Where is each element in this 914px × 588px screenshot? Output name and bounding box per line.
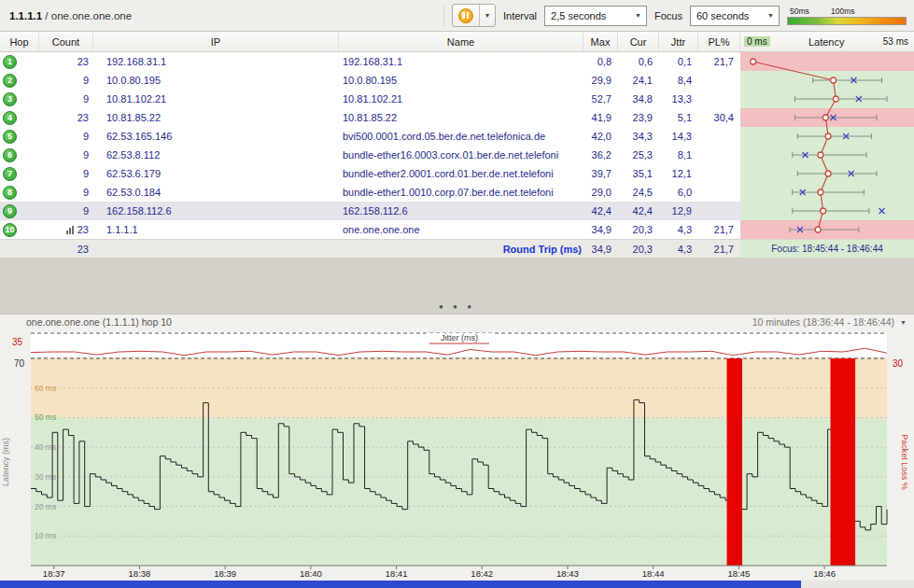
jitter-cell: 5,1 <box>659 108 698 127</box>
hop-badge: 4 <box>3 111 17 125</box>
timeline-graph[interactable]: 35Jitter (ms)10 ms20 ms30 ms40 ms50 ms60… <box>0 329 914 581</box>
col-header-packetloss[interactable]: PL% <box>698 32 740 51</box>
max-cell: 36,2 <box>584 146 618 164</box>
hop-row[interactable]: 10231.1.1.1one.one.one.one34,920,34,321,… <box>0 220 914 239</box>
pause-button[interactable] <box>453 5 479 26</box>
hop-number-cell: 5 <box>0 127 39 146</box>
max-cell: 41,9 <box>584 108 618 127</box>
footer-cur: 20,3 <box>618 240 659 258</box>
hop-row[interactable]: 123192.168.31.1192.168.31.10,80,60,121,7 <box>0 52 914 71</box>
hop-row[interactable]: 99162.158.112.6162.158.112.642,442,412,9 <box>0 202 914 220</box>
col-header-ip[interactable]: IP <box>93 32 339 51</box>
hop-row[interactable]: 5962.53.165.146bvi500.0001.cord.05.ber.d… <box>0 127 914 146</box>
hop-number-cell: 4 <box>0 108 39 127</box>
cur-cell: 0,6 <box>618 52 659 71</box>
svg-text:18:41: 18:41 <box>386 568 408 579</box>
svg-text:18:46: 18:46 <box>813 568 836 579</box>
col-header-latency[interactable]: 0 ms Latency 53 ms <box>740 32 914 51</box>
name-cell: bundle-ether1.0010.corp.07.ber.de.net.te… <box>339 183 584 202</box>
count-cell: 9 <box>39 127 93 146</box>
interval-select[interactable]: 2,5 seconds ▼ <box>544 6 647 26</box>
name-cell: 10.81.85.22 <box>339 108 584 127</box>
col-header-cur[interactable]: Cur <box>618 32 659 51</box>
latency-color-legend: 50ms 100ms <box>787 7 907 25</box>
count-cell: 9 <box>39 90 93 108</box>
focus-period-bar[interactable] <box>0 581 801 588</box>
splitter-handle[interactable]: ● ● ● <box>0 302 914 311</box>
hop-row[interactable]: 7962.53.6.179bundle-ether2.0001.cord.01.… <box>0 164 914 183</box>
name-cell: 192.168.31.1 <box>339 52 584 71</box>
hop-number-cell: 2 <box>0 71 39 90</box>
svg-text:18:43: 18:43 <box>556 568 579 579</box>
trace-control: ▼ <box>452 4 496 27</box>
svg-text:10 ms: 10 ms <box>35 531 56 540</box>
chevron-down-icon: ▼ <box>484 12 490 19</box>
latency-graph-cell <box>740 127 914 146</box>
svg-text:18:39: 18:39 <box>214 568 236 579</box>
count-cell: 23 <box>39 220 93 239</box>
hop-row[interactable]: 6962.53.8.112bundle-ether16.0003.corx.01… <box>0 146 914 164</box>
footer-ip-cell <box>93 240 339 258</box>
footer-count: 23 <box>39 240 93 258</box>
svg-text:50 ms: 50 ms <box>35 413 56 422</box>
col-header-count[interactable]: Count <box>39 32 93 51</box>
hop-number-cell: 9 <box>0 202 39 220</box>
col-header-hop[interactable]: Hop <box>0 32 39 51</box>
packetloss-cell <box>698 90 740 108</box>
svg-text:30 ms: 30 ms <box>35 472 56 482</box>
ip-cell: 62.53.6.179 <box>93 164 339 183</box>
cur-cell: 20,3 <box>618 220 659 239</box>
target-hostname: / one.one.one.one <box>42 10 132 21</box>
pause-dropdown-button[interactable]: ▼ <box>479 5 495 26</box>
hop-badge: 9 <box>3 204 17 218</box>
time-range-label: 10 minutes (18:36:44 - 18:46:44) <box>752 316 894 328</box>
cur-cell: 34,3 <box>618 127 659 146</box>
hop-row[interactable]: 42310.81.85.2210.81.85.2241,923,95,130,4 <box>0 108 914 127</box>
timeline-header: one.one.one.one (1.1.1.1) hop 10 10 minu… <box>0 314 914 329</box>
latency-graph-cell <box>740 90 914 108</box>
hop-number-cell: 3 <box>0 90 39 108</box>
packetloss-cell: 30,4 <box>698 108 740 127</box>
count-cell: 9 <box>39 202 93 220</box>
svg-text:35: 35 <box>12 337 23 347</box>
chevron-down-icon: ▼ <box>635 12 641 19</box>
col-header-jitter[interactable]: Jttr <box>659 32 698 51</box>
hop-row[interactable]: 8962.53.0.184bundle-ether1.0010.corp.07.… <box>0 183 914 202</box>
ip-cell: 10.81.102.21 <box>93 90 339 108</box>
name-cell: one.one.one.one <box>339 220 584 239</box>
hop-row[interactable]: 3910.81.102.2110.81.102.2152,734,813,3 <box>0 90 914 108</box>
focused-graph-icon <box>66 226 74 234</box>
packetloss-cell: 21,7 <box>698 52 740 71</box>
max-cell: 0,8 <box>584 52 618 71</box>
svg-text:70: 70 <box>14 358 25 369</box>
packetloss-cell <box>698 146 740 164</box>
jitter-cell: 12,1 <box>659 164 698 183</box>
ip-cell: 192.168.31.1 <box>93 52 339 71</box>
ip-cell: 10.0.80.195 <box>93 71 339 90</box>
name-cell: bundle-ether16.0003.corx.01.ber.de.net.t… <box>339 146 584 164</box>
pause-icon <box>458 8 473 23</box>
hop-badge: 6 <box>3 148 17 162</box>
hop-badge: 3 <box>3 92 17 106</box>
col-header-max[interactable]: Max <box>584 32 618 51</box>
interval-label: Interval <box>503 10 537 21</box>
footer-jitter: 4,3 <box>659 240 698 258</box>
focus-label: Focus <box>654 10 682 21</box>
hop-row[interactable]: 2910.0.80.19510.0.80.19529,924,18,4 <box>0 71 914 90</box>
latency-gradient-bar <box>787 17 907 25</box>
latency-graph-cell <box>740 146 914 164</box>
latency-graph-cell <box>740 164 914 183</box>
col-header-name[interactable]: Name <box>339 32 584 51</box>
count-cell: 23 <box>39 108 93 127</box>
ip-cell: 62.53.0.184 <box>93 183 339 202</box>
svg-text:18:44: 18:44 <box>642 568 665 579</box>
legend-labels: 50ms 100ms <box>787 7 907 17</box>
focus-select[interactable]: 60 seconds ▼ <box>690 6 780 26</box>
chevron-down-icon[interactable]: ▼ <box>900 319 907 326</box>
legend-100ms: 100ms <box>831 7 855 16</box>
count-cell: 23 <box>39 52 93 71</box>
packetloss-cell: 21,7 <box>698 220 740 239</box>
cur-cell: 42,4 <box>618 202 659 220</box>
latency-graph-cell <box>740 183 914 202</box>
max-cell: 34,9 <box>584 220 618 239</box>
